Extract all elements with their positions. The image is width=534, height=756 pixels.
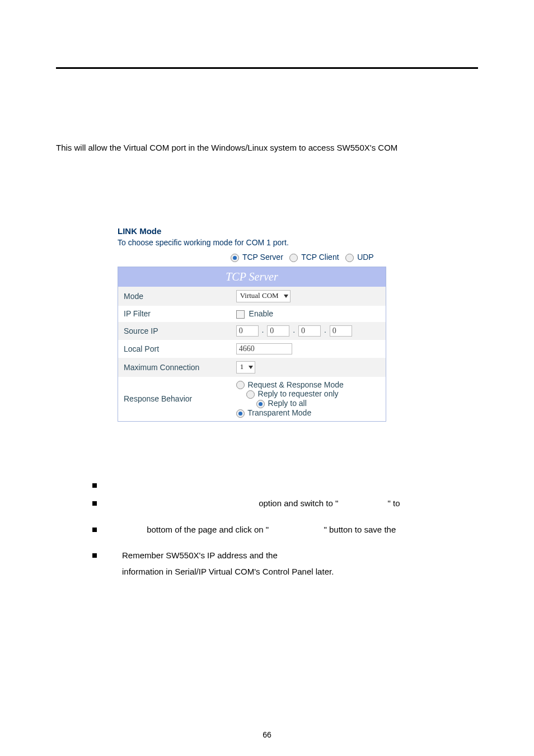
top-rule xyxy=(56,67,478,69)
table-row: Maximum Connection 1 xyxy=(118,358,386,377)
maxconn-label: Maximum Connection xyxy=(118,358,231,377)
bullet-1-frag-1: option and switch to " xyxy=(259,498,338,508)
radio-reqresp-label: Request & Response Mode xyxy=(248,380,344,389)
radio-tcp-client[interactable] xyxy=(289,254,298,262)
table-row: Source IP 0 . 0 . 0 . 0 xyxy=(118,322,386,340)
localport-input[interactable]: 4660 xyxy=(236,343,292,354)
tcp-server-table: TCP Server Mode Virtual COM IP xyxy=(118,267,386,422)
localport-label: Local Port xyxy=(118,340,231,358)
radio-tcp-server-label: TCP Server xyxy=(242,253,283,262)
radio-transparent[interactable] xyxy=(236,409,245,418)
svg-marker-1 xyxy=(249,366,253,369)
radio-reply-all-label: Reply to all xyxy=(268,399,307,408)
radio-udp-label: UDP xyxy=(357,253,374,262)
sourceip-octet-1[interactable]: 0 xyxy=(236,325,259,337)
radio-transparent-label: Transparent Mode xyxy=(247,408,311,417)
bullet-2-frag-1: bottom of the page and click on " xyxy=(147,525,269,534)
radio-reqresp[interactable] xyxy=(236,381,245,389)
chevron-down-icon xyxy=(284,295,288,298)
ipfilter-checkbox[interactable] xyxy=(236,310,245,319)
page-number: 66 xyxy=(0,730,534,739)
table-row: Mode Virtual COM xyxy=(118,287,386,306)
sourceip-octet-4[interactable]: 0 xyxy=(330,325,352,337)
sourceip-label: Source IP xyxy=(118,322,231,340)
link-mode-subtitle: To choose specific working mode for COM … xyxy=(118,238,386,247)
radio-tcp-client-label: TCP Client xyxy=(301,253,339,262)
table-row: IP Filter Enable xyxy=(118,306,386,322)
bullet-list: option and switch to " " to bottom of th… xyxy=(92,478,478,580)
response-behavior-label: Response Behavior xyxy=(118,377,231,422)
intro-paragraph: This will allow the Virtual COM port in … xyxy=(56,142,478,153)
ip-dot: . xyxy=(324,325,326,334)
radio-reply-requester-label: Reply to requester only xyxy=(258,389,339,398)
radio-reply-requester[interactable] xyxy=(246,390,255,399)
radio-reply-all[interactable] xyxy=(256,400,265,408)
list-item xyxy=(92,478,478,494)
chevron-down-icon xyxy=(249,366,253,369)
table-row: Response Behavior Request & Response Mod… xyxy=(118,377,386,422)
sourceip-octet-3[interactable]: 0 xyxy=(298,325,321,337)
list-item: option and switch to " " to xyxy=(92,496,478,512)
list-item: bottom of the page and click on " " butt… xyxy=(92,522,478,538)
tcp-server-header: TCP Server xyxy=(118,267,386,287)
bullet-3-line-1: Remember SW550X's IP address and the xyxy=(122,548,478,564)
bullet-icon xyxy=(92,553,97,558)
mode-select-value: Virtual COM xyxy=(240,291,279,300)
radio-tcp-server[interactable] xyxy=(231,254,239,262)
bullet-2-frag-2: " button to save the xyxy=(324,525,396,534)
ipfilter-value: Enable xyxy=(249,309,274,318)
list-item: Remember SW550X's IP address and the inf… xyxy=(92,548,478,580)
ip-dot: . xyxy=(262,325,264,334)
protocol-radio-group: TCP Server TCP Client UDP xyxy=(218,253,386,262)
bullet-1-frag-2: " to xyxy=(388,498,400,508)
bullet-icon xyxy=(92,483,97,488)
maxconn-value: 1 xyxy=(240,362,244,371)
table-row: Local Port 4660 xyxy=(118,340,386,358)
bullet-icon xyxy=(92,501,97,506)
link-mode-figure: LINK Mode To choose specific working mod… xyxy=(118,226,386,422)
ipfilter-label: IP Filter xyxy=(118,306,231,322)
mode-label: Mode xyxy=(118,287,231,306)
ip-dot: . xyxy=(293,325,295,334)
svg-marker-0 xyxy=(284,295,288,298)
radio-udp[interactable] xyxy=(345,254,354,262)
mode-select[interactable]: Virtual COM xyxy=(236,290,291,302)
bullet-icon xyxy=(92,528,97,532)
bullet-3-line-2: information in Serial/IP Virtual COM's C… xyxy=(122,564,478,580)
sourceip-octet-2[interactable]: 0 xyxy=(267,325,289,337)
link-mode-title: LINK Mode xyxy=(118,226,386,236)
maxconn-select[interactable]: 1 xyxy=(236,361,256,374)
